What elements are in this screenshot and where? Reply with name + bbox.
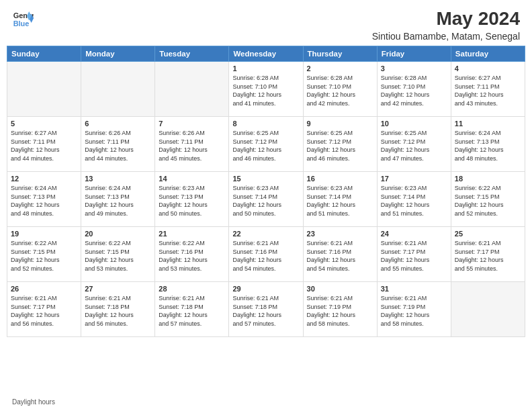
day-info: Sunrise: 6:24 AMSunset: 7:13 PMDaylight:… [11,184,77,218]
day-info: Sunrise: 6:21 AMSunset: 7:16 PMDaylight:… [232,239,299,273]
header: General Blue May 2024 Sintiou Bamambe, M… [0,0,532,46]
day-info: Sunrise: 6:24 AMSunset: 7:13 PMDaylight:… [85,184,151,218]
day-cell: 21Sunrise: 6:22 AMSunset: 7:16 PMDayligh… [155,227,229,282]
col-header-wednesday: Wednesday [229,46,303,62]
day-cell: 6Sunrise: 6:26 AMSunset: 7:11 PMDaylight… [81,117,155,172]
calendar-table: SundayMondayTuesdayWednesdayThursdayFrid… [7,46,525,337]
footer: Daylight hours [0,396,532,411]
day-cell: 31Sunrise: 6:21 AMSunset: 7:19 PMDayligh… [377,282,451,337]
day-info: Sunrise: 6:21 AMSunset: 7:18 PMDaylight:… [85,294,151,328]
day-info: Sunrise: 6:27 AMSunset: 7:11 PMDaylight:… [11,129,77,163]
day-cell: 30Sunrise: 6:21 AMSunset: 7:19 PMDayligh… [303,282,377,337]
day-info: Sunrise: 6:22 AMSunset: 7:15 PMDaylight:… [455,184,521,218]
day-number: 3 [381,64,447,73]
col-header-sunday: Sunday [7,46,81,62]
day-info: Sunrise: 6:21 AMSunset: 7:19 PMDaylight:… [307,294,373,328]
day-info: Sunrise: 6:22 AMSunset: 7:15 PMDaylight:… [85,239,151,273]
day-info: Sunrise: 6:28 AMSunset: 7:10 PMDaylight:… [381,74,447,107]
day-cell: 27Sunrise: 6:21 AMSunset: 7:18 PMDayligh… [81,282,155,337]
day-number: 7 [159,120,225,128]
day-cell: 8Sunrise: 6:25 AMSunset: 7:12 PMDaylight… [229,117,303,172]
day-cell: 14Sunrise: 6:23 AMSunset: 7:13 PMDayligh… [155,172,229,227]
day-cell: 25Sunrise: 6:21 AMSunset: 7:17 PMDayligh… [451,227,525,282]
day-cell: 28Sunrise: 6:21 AMSunset: 7:18 PMDayligh… [155,282,229,337]
day-number: 26 [11,285,77,293]
day-cell: 29Sunrise: 6:21 AMSunset: 7:18 PMDayligh… [229,282,303,337]
day-info: Sunrise: 6:28 AMSunset: 7:10 PMDaylight:… [307,74,373,107]
day-cell [7,62,81,117]
day-info: Sunrise: 6:24 AMSunset: 7:13 PMDaylight:… [455,129,521,163]
day-info: Sunrise: 6:21 AMSunset: 7:16 PMDaylight:… [307,239,373,273]
day-number: 10 [381,120,447,128]
day-number: 9 [307,120,373,128]
day-cell [81,62,155,117]
col-header-saturday: Saturday [451,46,525,62]
day-cell: 18Sunrise: 6:22 AMSunset: 7:15 PMDayligh… [451,172,525,227]
day-number: 23 [307,230,373,238]
day-cell: 26Sunrise: 6:21 AMSunset: 7:17 PMDayligh… [7,282,81,337]
daylight-label: Daylight hours [12,398,55,406]
day-info: Sunrise: 6:26 AMSunset: 7:11 PMDaylight:… [85,129,151,163]
day-info: Sunrise: 6:26 AMSunset: 7:11 PMDaylight:… [159,129,225,163]
day-number: 28 [159,285,225,293]
day-cell: 13Sunrise: 6:24 AMSunset: 7:13 PMDayligh… [81,172,155,227]
day-number: 5 [11,120,77,128]
logo: General Blue [12,8,34,30]
col-header-friday: Friday [377,46,451,62]
day-cell [155,62,229,117]
title-block: May 2024 Sintiou Bamambe, Matam, Senegal [372,8,520,42]
day-info: Sunrise: 6:25 AMSunset: 7:12 PMDaylight:… [381,129,447,163]
day-cell: 10Sunrise: 6:25 AMSunset: 7:12 PMDayligh… [377,117,451,172]
generalblue-logo-icon: General Blue [12,8,34,30]
day-number: 14 [159,175,225,183]
day-cell: 1Sunrise: 6:28 AMSunset: 7:10 PMDaylight… [229,62,303,117]
day-info: Sunrise: 6:22 AMSunset: 7:16 PMDaylight:… [159,239,225,273]
day-number: 17 [381,175,447,183]
day-info: Sunrise: 6:23 AMSunset: 7:13 PMDaylight:… [159,184,225,218]
day-info: Sunrise: 6:21 AMSunset: 7:19 PMDaylight:… [381,294,447,328]
day-info: Sunrise: 6:21 AMSunset: 7:17 PMDaylight:… [381,239,447,273]
svg-text:Blue: Blue [13,19,30,28]
day-number: 8 [232,120,299,128]
col-header-tuesday: Tuesday [155,46,229,62]
day-info: Sunrise: 6:21 AMSunset: 7:17 PMDaylight:… [455,239,521,273]
day-number: 24 [381,230,447,238]
day-number: 21 [159,230,225,238]
day-number: 18 [455,175,521,183]
day-number: 2 [307,64,373,73]
day-number: 29 [232,285,299,293]
week-row-3: 12Sunrise: 6:24 AMSunset: 7:13 PMDayligh… [7,172,525,227]
week-row-4: 19Sunrise: 6:22 AMSunset: 7:15 PMDayligh… [7,227,525,282]
day-number: 16 [307,175,373,183]
day-number: 31 [381,285,447,293]
day-number: 15 [232,175,299,183]
day-info: Sunrise: 6:23 AMSunset: 7:14 PMDaylight:… [232,184,299,218]
day-info: Sunrise: 6:22 AMSunset: 7:15 PMDaylight:… [11,239,77,273]
day-info: Sunrise: 6:21 AMSunset: 7:18 PMDaylight:… [232,294,299,328]
day-info: Sunrise: 6:25 AMSunset: 7:12 PMDaylight:… [307,129,373,163]
day-cell: 11Sunrise: 6:24 AMSunset: 7:13 PMDayligh… [451,117,525,172]
page: General Blue May 2024 Sintiou Bamambe, M… [0,0,532,411]
week-row-5: 26Sunrise: 6:21 AMSunset: 7:17 PMDayligh… [7,282,525,337]
day-number: 30 [307,285,373,293]
day-cell: 19Sunrise: 6:22 AMSunset: 7:15 PMDayligh… [7,227,81,282]
day-cell: 9Sunrise: 6:25 AMSunset: 7:12 PMDaylight… [303,117,377,172]
day-info: Sunrise: 6:28 AMSunset: 7:10 PMDaylight:… [232,74,299,107]
col-header-monday: Monday [81,46,155,62]
day-info: Sunrise: 6:21 AMSunset: 7:17 PMDaylight:… [11,294,77,328]
calendar: SundayMondayTuesdayWednesdayThursdayFrid… [0,46,532,396]
day-number: 4 [455,64,521,73]
day-cell: 15Sunrise: 6:23 AMSunset: 7:14 PMDayligh… [229,172,303,227]
day-number: 25 [455,230,521,238]
day-number: 12 [11,175,77,183]
day-number: 1 [232,64,299,73]
week-row-1: 1Sunrise: 6:28 AMSunset: 7:10 PMDaylight… [7,62,525,117]
day-cell: 20Sunrise: 6:22 AMSunset: 7:15 PMDayligh… [81,227,155,282]
day-cell: 5Sunrise: 6:27 AMSunset: 7:11 PMDaylight… [7,117,81,172]
day-cell: 2Sunrise: 6:28 AMSunset: 7:10 PMDaylight… [303,62,377,117]
day-number: 19 [11,230,77,238]
day-cell: 4Sunrise: 6:27 AMSunset: 7:11 PMDaylight… [451,62,525,117]
day-info: Sunrise: 6:23 AMSunset: 7:14 PMDaylight:… [307,184,373,218]
day-cell: 17Sunrise: 6:23 AMSunset: 7:14 PMDayligh… [377,172,451,227]
day-cell: 7Sunrise: 6:26 AMSunset: 7:11 PMDaylight… [155,117,229,172]
